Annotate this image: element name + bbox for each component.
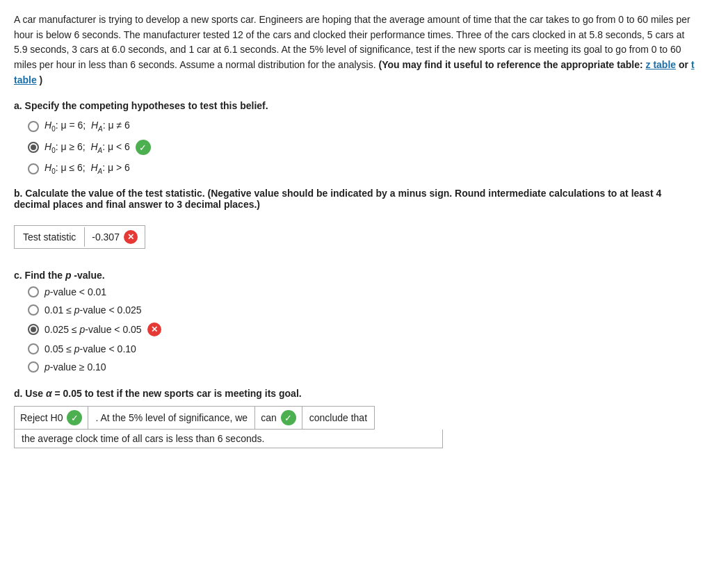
correct-check-icon: ✓ [136, 140, 151, 155]
p-radio-3[interactable] [28, 324, 39, 335]
radio-2[interactable] [28, 142, 39, 153]
z-table-link[interactable]: z table [646, 59, 677, 70]
hypothesis-option-2[interactable]: H0: μ ≥ 6; HA: μ < 6 ✓ [28, 140, 698, 155]
intro-paragraph: A car manufacturer is trying to develop … [14, 13, 698, 88]
section-c-label: c. Find the p -value. [14, 270, 698, 281]
conclude-text: conclude that [309, 412, 367, 423]
p-text-2: 0.01 ≤ p-value < 0.025 [44, 304, 142, 316]
section-b: b. Calculate the value of the test stati… [14, 188, 698, 249]
test-stat-label: Test statistic [15, 227, 85, 247]
p-text-1: p-value < 0.01 [44, 286, 106, 297]
p-radio-2[interactable] [28, 304, 39, 316]
conclusion-top-row: Reject H0 ✓ . At the 5% level of signifi… [14, 406, 375, 430]
radio-1[interactable] [28, 121, 39, 132]
p-radio-5[interactable] [28, 361, 39, 373]
significance-text-cell: . At the 5% level of significance, we [88, 407, 255, 429]
p-text-3: 0.025 ≤ p-value < 0.05 [44, 324, 142, 335]
hypothesis-text-3: H0: μ ≤ 6; HA: μ > 6 [44, 162, 130, 175]
p-incorrect-cross-icon: ✕ [147, 322, 161, 336]
test-stat-value-cell: -0.307 ✕ [85, 226, 145, 248]
test-stat-row: Test statistic -0.307 ✕ [14, 225, 145, 249]
section-a-label: a. Specify the competing hypotheses to t… [14, 100, 698, 111]
p-radio-4[interactable] [28, 343, 39, 354]
hypothesis-option-3[interactable]: H0: μ ≤ 6; HA: μ > 6 [28, 162, 698, 175]
hypothesis-option-1[interactable]: H0: μ = 6; HA: μ ≠ 6 [28, 120, 698, 133]
can-cell: can ✓ [255, 407, 302, 429]
radio-3[interactable] [28, 163, 39, 174]
conclusion-bottom-row: the average clock time of all cars is le… [14, 430, 443, 448]
hypothesis-text-2: H0: μ ≥ 6; HA: μ < 6 [44, 141, 130, 154]
p-text-4: 0.05 ≤ p-value < 0.10 [44, 343, 136, 354]
can-check-icon: ✓ [281, 410, 296, 425]
can-text: can [261, 412, 277, 423]
significance-text: . At the 5% level of significance, we [95, 412, 248, 423]
section-d-label: d. Use α = 0.05 to test if the new sport… [14, 388, 698, 399]
section-b-label: b. Calculate the value of the test stati… [14, 188, 698, 210]
section-c: c. Find the p -value. p-value < 0.01 0.0… [14, 270, 698, 373]
reject-check-icon: ✓ [67, 410, 82, 425]
reject-h0-text: Reject H0 [20, 412, 63, 423]
reject-h0-cell: Reject H0 ✓ [15, 407, 88, 429]
p-option-5[interactable]: p-value ≥ 0.10 [28, 361, 698, 373]
p-option-1[interactable]: p-value < 0.01 [28, 286, 698, 297]
p-value-options: p-value < 0.01 0.01 ≤ p-value < 0.025 0.… [28, 286, 698, 373]
hypothesis-options: H0: μ = 6; HA: μ ≠ 6 H0: μ ≥ 6; HA: μ < … [28, 120, 698, 175]
p-option-2[interactable]: 0.01 ≤ p-value < 0.025 [28, 304, 698, 316]
p-text-5: p-value ≥ 0.10 [44, 361, 106, 373]
conclusion-container: Reject H0 ✓ . At the 5% level of signifi… [14, 406, 698, 448]
p-option-4[interactable]: 0.05 ≤ p-value < 0.10 [28, 343, 698, 354]
conclusion-final-text: the average clock time of all cars is le… [22, 433, 264, 444]
section-d: d. Use α = 0.05 to test if the new sport… [14, 388, 698, 448]
p-radio-1[interactable] [28, 286, 39, 297]
hypothesis-text-1: H0: μ = 6; HA: μ ≠ 6 [44, 120, 130, 133]
test-stat-number: -0.307 [92, 231, 120, 243]
p-option-3[interactable]: 0.025 ≤ p-value < 0.05 ✕ [28, 322, 698, 336]
conclude-cell: conclude that [302, 407, 374, 429]
incorrect-cross-icon: ✕ [124, 230, 138, 244]
